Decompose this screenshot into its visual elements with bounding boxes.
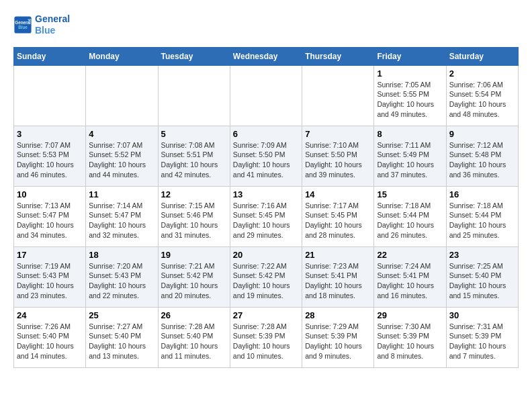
weekday-header-cell: Tuesday bbox=[158, 47, 230, 65]
day-number: 22 bbox=[377, 250, 443, 260]
day-info: Sunrise: 7:05 AM Sunset: 5:55 PM Dayligh… bbox=[377, 80, 443, 120]
day-number: 21 bbox=[305, 250, 371, 260]
calendar-cell: 28Sunrise: 7:29 AM Sunset: 5:39 PM Dayli… bbox=[302, 307, 374, 367]
weekday-header-cell: Sunday bbox=[14, 47, 86, 65]
day-number: 15 bbox=[377, 189, 443, 199]
weekday-header-cell: Monday bbox=[86, 47, 158, 65]
day-number: 25 bbox=[89, 310, 154, 320]
day-number: 28 bbox=[305, 310, 371, 320]
calendar-cell: 26Sunrise: 7:28 AM Sunset: 5:40 PM Dayli… bbox=[158, 307, 230, 367]
day-number: 12 bbox=[161, 189, 227, 199]
calendar-cell bbox=[230, 65, 302, 126]
day-info: Sunrise: 7:22 AM Sunset: 5:42 PM Dayligh… bbox=[233, 261, 299, 301]
day-info: Sunrise: 7:25 AM Sunset: 5:40 PM Dayligh… bbox=[449, 261, 515, 301]
calendar-week-row: 17Sunrise: 7:19 AM Sunset: 5:43 PM Dayli… bbox=[14, 246, 519, 307]
day-info: Sunrise: 7:28 AM Sunset: 5:39 PM Dayligh… bbox=[233, 322, 299, 361]
day-number: 13 bbox=[233, 189, 299, 199]
logo-text-line2: Blue bbox=[35, 25, 70, 36]
day-info: Sunrise: 7:28 AM Sunset: 5:40 PM Dayligh… bbox=[161, 322, 227, 361]
day-number: 2 bbox=[449, 68, 515, 79]
calendar-week-row: 10Sunrise: 7:13 AM Sunset: 5:47 PM Dayli… bbox=[14, 186, 519, 246]
weekday-header-row: SundayMondayTuesdayWednesdayThursdayFrid… bbox=[14, 47, 519, 65]
day-info: Sunrise: 7:10 AM Sunset: 5:50 PM Dayligh… bbox=[305, 140, 371, 180]
day-number: 7 bbox=[305, 129, 371, 139]
calendar-cell: 18Sunrise: 7:20 AM Sunset: 5:43 PM Dayli… bbox=[86, 246, 158, 307]
calendar-cell: 20Sunrise: 7:22 AM Sunset: 5:42 PM Dayli… bbox=[230, 246, 302, 307]
calendar-cell: 1Sunrise: 7:05 AM Sunset: 5:55 PM Daylig… bbox=[374, 65, 446, 126]
calendar-cell: 25Sunrise: 7:27 AM Sunset: 5:40 PM Dayli… bbox=[86, 307, 158, 367]
day-info: Sunrise: 7:21 AM Sunset: 5:42 PM Dayligh… bbox=[161, 261, 227, 301]
calendar-cell: 13Sunrise: 7:16 AM Sunset: 5:45 PM Dayli… bbox=[230, 186, 302, 246]
calendar-cell: 30Sunrise: 7:31 AM Sunset: 5:39 PM Dayli… bbox=[446, 307, 518, 367]
day-info: Sunrise: 7:26 AM Sunset: 5:40 PM Dayligh… bbox=[17, 322, 83, 361]
calendar-cell: 8Sunrise: 7:11 AM Sunset: 5:49 PM Daylig… bbox=[374, 126, 446, 186]
calendar-cell: 11Sunrise: 7:14 AM Sunset: 5:47 PM Dayli… bbox=[86, 186, 158, 246]
calendar-cell: 5Sunrise: 7:08 AM Sunset: 5:51 PM Daylig… bbox=[158, 126, 230, 186]
day-number: 20 bbox=[233, 250, 299, 260]
calendar-cell: 3Sunrise: 7:07 AM Sunset: 5:53 PM Daylig… bbox=[14, 126, 86, 186]
calendar-week-row: 24Sunrise: 7:26 AM Sunset: 5:40 PM Dayli… bbox=[14, 307, 519, 367]
day-info: Sunrise: 7:15 AM Sunset: 5:46 PM Dayligh… bbox=[161, 201, 227, 240]
weekday-header-cell: Friday bbox=[374, 47, 446, 65]
calendar-cell: 23Sunrise: 7:25 AM Sunset: 5:40 PM Dayli… bbox=[446, 246, 518, 307]
calendar-cell: 10Sunrise: 7:13 AM Sunset: 5:47 PM Dayli… bbox=[14, 186, 86, 246]
calendar-cell: 21Sunrise: 7:23 AM Sunset: 5:41 PM Dayli… bbox=[302, 246, 374, 307]
day-number: 18 bbox=[89, 250, 154, 260]
calendar-cell: 2Sunrise: 7:06 AM Sunset: 5:54 PM Daylig… bbox=[446, 65, 518, 126]
day-info: Sunrise: 7:09 AM Sunset: 5:50 PM Dayligh… bbox=[233, 140, 299, 180]
day-number: 5 bbox=[161, 129, 227, 139]
day-info: Sunrise: 7:14 AM Sunset: 5:47 PM Dayligh… bbox=[89, 201, 154, 240]
calendar-cell: 4Sunrise: 7:07 AM Sunset: 5:52 PM Daylig… bbox=[86, 126, 158, 186]
day-number: 6 bbox=[233, 129, 299, 139]
calendar-week-row: 1Sunrise: 7:05 AM Sunset: 5:55 PM Daylig… bbox=[14, 65, 519, 126]
day-info: Sunrise: 7:07 AM Sunset: 5:52 PM Dayligh… bbox=[89, 140, 154, 180]
day-info: Sunrise: 7:31 AM Sunset: 5:39 PM Dayligh… bbox=[449, 322, 515, 361]
day-info: Sunrise: 7:27 AM Sunset: 5:40 PM Dayligh… bbox=[89, 322, 154, 361]
logo-text-line1: General bbox=[35, 13, 70, 25]
day-number: 14 bbox=[305, 189, 371, 199]
calendar-cell: 17Sunrise: 7:19 AM Sunset: 5:43 PM Dayli… bbox=[14, 246, 86, 307]
day-info: Sunrise: 7:08 AM Sunset: 5:51 PM Dayligh… bbox=[161, 140, 227, 180]
weekday-header-cell: Saturday bbox=[446, 47, 518, 65]
logo: General Blue General Blue bbox=[13, 13, 70, 36]
calendar-cell: 14Sunrise: 7:17 AM Sunset: 5:45 PM Dayli… bbox=[302, 186, 374, 246]
calendar-week-row: 3Sunrise: 7:07 AM Sunset: 5:53 PM Daylig… bbox=[14, 126, 519, 186]
day-info: Sunrise: 7:24 AM Sunset: 5:41 PM Dayligh… bbox=[377, 261, 443, 301]
day-number: 30 bbox=[449, 310, 515, 320]
weekday-header-cell: Wednesday bbox=[230, 47, 302, 65]
day-number: 17 bbox=[17, 250, 83, 260]
day-number: 4 bbox=[89, 129, 154, 139]
day-info: Sunrise: 7:20 AM Sunset: 5:43 PM Dayligh… bbox=[89, 261, 154, 301]
day-number: 8 bbox=[377, 129, 443, 139]
day-info: Sunrise: 7:06 AM Sunset: 5:54 PM Dayligh… bbox=[449, 80, 515, 120]
day-info: Sunrise: 7:29 AM Sunset: 5:39 PM Dayligh… bbox=[305, 322, 371, 361]
calendar-cell: 19Sunrise: 7:21 AM Sunset: 5:42 PM Dayli… bbox=[158, 246, 230, 307]
calendar-cell: 24Sunrise: 7:26 AM Sunset: 5:40 PM Dayli… bbox=[14, 307, 86, 367]
svg-text:Blue: Blue bbox=[18, 24, 28, 29]
day-info: Sunrise: 7:18 AM Sunset: 5:44 PM Dayligh… bbox=[377, 201, 443, 240]
calendar-cell: 29Sunrise: 7:30 AM Sunset: 5:39 PM Dayli… bbox=[374, 307, 446, 367]
calendar-cell bbox=[14, 65, 86, 126]
day-number: 19 bbox=[161, 250, 227, 260]
calendar-cell bbox=[158, 65, 230, 126]
day-number: 1 bbox=[377, 68, 443, 79]
calendar-cell: 15Sunrise: 7:18 AM Sunset: 5:44 PM Dayli… bbox=[374, 186, 446, 246]
calendar-cell: 22Sunrise: 7:24 AM Sunset: 5:41 PM Dayli… bbox=[374, 246, 446, 307]
day-number: 16 bbox=[449, 189, 515, 199]
day-number: 29 bbox=[377, 310, 443, 320]
calendar-cell: 16Sunrise: 7:18 AM Sunset: 5:44 PM Dayli… bbox=[446, 186, 518, 246]
calendar-cell bbox=[302, 65, 374, 126]
day-info: Sunrise: 7:19 AM Sunset: 5:43 PM Dayligh… bbox=[17, 261, 83, 301]
day-number: 23 bbox=[449, 250, 515, 260]
calendar-table: SundayMondayTuesdayWednesdayThursdayFrid… bbox=[13, 47, 519, 368]
day-number: 10 bbox=[17, 189, 83, 199]
calendar-cell: 12Sunrise: 7:15 AM Sunset: 5:46 PM Dayli… bbox=[158, 186, 230, 246]
calendar-cell bbox=[86, 65, 158, 126]
day-number: 11 bbox=[89, 189, 154, 199]
calendar-cell: 27Sunrise: 7:28 AM Sunset: 5:39 PM Dayli… bbox=[230, 307, 302, 367]
calendar-body: 1Sunrise: 7:05 AM Sunset: 5:55 PM Daylig… bbox=[14, 65, 519, 367]
day-info: Sunrise: 7:23 AM Sunset: 5:41 PM Dayligh… bbox=[305, 261, 371, 301]
day-number: 3 bbox=[17, 129, 83, 139]
day-number: 24 bbox=[17, 310, 83, 320]
day-info: Sunrise: 7:07 AM Sunset: 5:53 PM Dayligh… bbox=[17, 140, 83, 180]
